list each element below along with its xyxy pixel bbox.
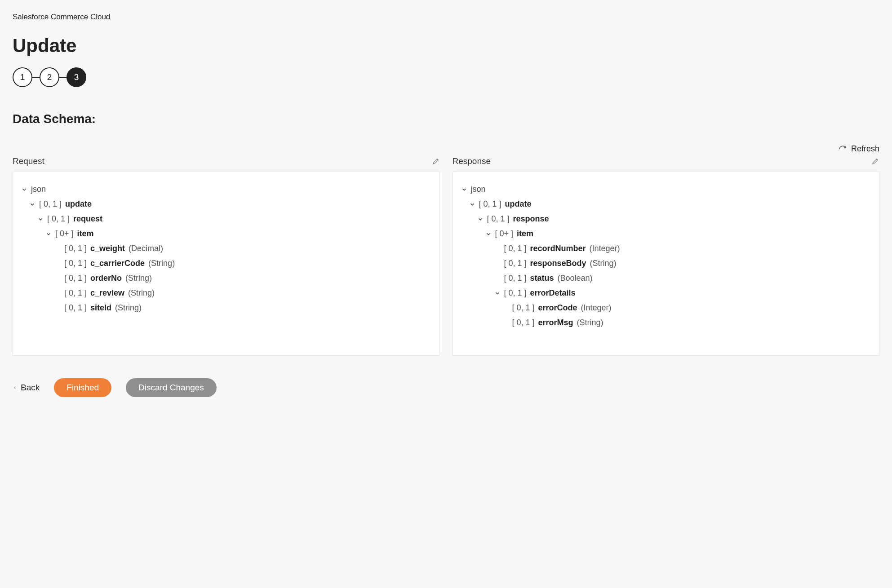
response-panel: json [ 0, 1 ] update [ 0, 1 ] response [… <box>453 172 880 356</box>
node-label: response <box>513 214 549 224</box>
tree-leaf-siteId: [ 0, 1 ] siteId (String) <box>21 301 431 315</box>
chevron-down-icon <box>477 216 484 222</box>
tree-node-json[interactable]: json <box>461 182 871 197</box>
node-card: [ 0, 1 ] <box>504 288 527 298</box>
node-type: (Integer) <box>590 244 620 253</box>
node-label: c_carrierCode <box>90 259 145 268</box>
node-label: orderNo <box>90 274 122 283</box>
node-label: c_weight <box>90 244 125 253</box>
tree-node-json[interactable]: json <box>21 182 431 197</box>
node-label: update <box>65 199 92 209</box>
step-connector <box>32 77 40 78</box>
node-type: (String) <box>590 259 617 268</box>
node-label: item <box>517 229 533 239</box>
tree-leaf-errorCode: [ 0, 1 ] errorCode (Integer) <box>461 301 871 315</box>
refresh-label: Refresh <box>851 144 879 154</box>
tree-node-response[interactable]: [ 0, 1 ] response <box>461 212 871 226</box>
node-card: [ 0, 1 ] <box>39 199 62 209</box>
request-column: Request json [ 0, 1 ] update [ 0, 1 ] re… <box>13 156 440 356</box>
tree-leaf-responseBody: [ 0, 1 ] responseBody (String) <box>461 256 871 271</box>
node-label: item <box>77 229 94 239</box>
node-card: [ 0, 1 ] <box>504 274 527 283</box>
request-panel: json [ 0, 1 ] update [ 0, 1 ] request [ … <box>13 172 440 356</box>
tree-node-errorDetails[interactable]: [ 0, 1 ] errorDetails <box>461 286 871 301</box>
step-3[interactable]: 3 <box>67 67 86 87</box>
tree-leaf-c_weight: [ 0, 1 ] c_weight (Decimal) <box>21 241 431 256</box>
step-1[interactable]: 1 <box>13 67 32 87</box>
back-label: Back <box>21 383 40 393</box>
node-label: siteId <box>90 303 111 313</box>
node-card: [ 0, 1 ] <box>512 318 535 327</box>
node-label: errorCode <box>538 303 577 313</box>
tree-leaf-c_review: [ 0, 1 ] c_review (String) <box>21 286 431 301</box>
node-card: [ 0, 1 ] <box>47 214 70 224</box>
refresh-button[interactable]: Refresh <box>13 144 879 154</box>
node-type: (Boolean) <box>558 274 593 283</box>
back-button[interactable]: Back <box>13 383 40 393</box>
node-card: [ 0+ ] <box>495 229 514 239</box>
chevron-down-icon <box>45 231 52 237</box>
tree-leaf-c_carrierCode: [ 0, 1 ] c_carrierCode (String) <box>21 256 431 271</box>
tree-node-item[interactable]: [ 0+ ] item <box>461 226 871 241</box>
tree-node-update[interactable]: [ 0, 1 ] update <box>21 197 431 212</box>
node-type: (Decimal) <box>129 244 163 253</box>
request-title: Request <box>13 156 44 166</box>
node-type: (String) <box>128 288 155 298</box>
chevron-down-icon <box>21 186 27 193</box>
tree-leaf-status: [ 0, 1 ] status (Boolean) <box>461 271 871 286</box>
tree-leaf-errorMsg: [ 0, 1 ] errorMsg (String) <box>461 315 871 330</box>
refresh-icon <box>839 145 847 153</box>
pencil-icon[interactable] <box>871 157 879 165</box>
node-card: [ 0, 1 ] <box>64 303 87 313</box>
chevron-down-icon <box>494 290 501 296</box>
node-label: errorDetails <box>530 288 576 298</box>
chevron-left-icon <box>13 385 17 391</box>
node-card: [ 0, 1 ] <box>64 244 87 253</box>
node-card: [ 0, 1 ] <box>504 244 527 253</box>
node-card: [ 0, 1 ] <box>487 214 510 224</box>
node-label: update <box>505 199 532 209</box>
node-label: errorMsg <box>538 318 573 327</box>
pencil-icon[interactable] <box>432 157 440 165</box>
node-type: (String) <box>115 303 142 313</box>
node-card: [ 0+ ] <box>55 229 74 239</box>
finished-button[interactable]: Finished <box>54 378 111 397</box>
node-label: json <box>31 185 46 194</box>
chevron-down-icon <box>37 216 44 222</box>
section-title: Data Schema: <box>13 112 879 126</box>
chevron-down-icon <box>485 231 492 237</box>
page-title: Update <box>13 35 879 57</box>
node-card: [ 0, 1 ] <box>64 288 87 298</box>
stepper: 1 2 3 <box>13 67 879 87</box>
tree-leaf-recordNumber: [ 0, 1 ] recordNumber (Integer) <box>461 241 871 256</box>
discard-button[interactable]: Discard Changes <box>126 378 217 397</box>
node-label: json <box>471 185 486 194</box>
node-card: [ 0, 1 ] <box>479 199 501 209</box>
chevron-down-icon <box>29 201 36 208</box>
node-label: request <box>73 214 102 224</box>
node-type: (String) <box>125 274 152 283</box>
chevron-down-icon <box>461 186 467 193</box>
footer: Back Finished Discard Changes <box>13 378 879 397</box>
step-2[interactable]: 2 <box>40 67 59 87</box>
node-label: status <box>530 274 554 283</box>
node-type: (String) <box>148 259 175 268</box>
node-label: responseBody <box>530 259 586 268</box>
node-label: recordNumber <box>530 244 586 253</box>
response-column: Response json [ 0, 1 ] update [ 0, 1 ] r… <box>453 156 880 356</box>
step-connector <box>59 77 67 78</box>
node-card: [ 0, 1 ] <box>64 259 87 268</box>
tree-node-update[interactable]: [ 0, 1 ] update <box>461 197 871 212</box>
node-type: (String) <box>577 318 604 327</box>
tree-leaf-orderNo: [ 0, 1 ] orderNo (String) <box>21 271 431 286</box>
breadcrumb[interactable]: Salesforce Commerce Cloud <box>13 13 110 22</box>
node-card: [ 0, 1 ] <box>504 259 527 268</box>
node-card: [ 0, 1 ] <box>64 274 87 283</box>
tree-node-request[interactable]: [ 0, 1 ] request <box>21 212 431 226</box>
node-label: c_review <box>90 288 124 298</box>
node-type: (Integer) <box>581 303 612 313</box>
tree-node-item[interactable]: [ 0+ ] item <box>21 226 431 241</box>
chevron-down-icon <box>469 201 475 208</box>
response-title: Response <box>453 156 491 166</box>
node-card: [ 0, 1 ] <box>512 303 535 313</box>
